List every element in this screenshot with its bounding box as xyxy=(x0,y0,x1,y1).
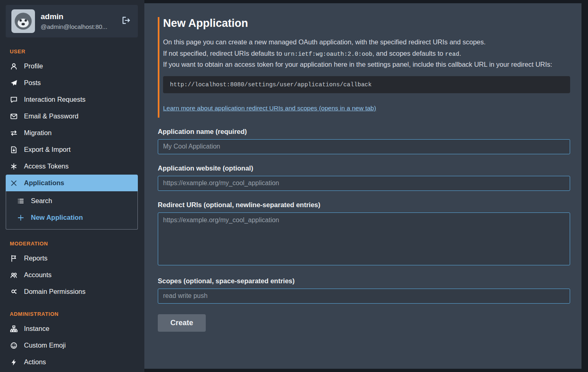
sidebar-item-label: Access Tokens xyxy=(24,162,69,170)
sidebar-item-instance[interactable]: Instance xyxy=(6,320,138,337)
sidebar-item-export-import[interactable]: Export & Import xyxy=(6,141,138,158)
application-name-group: Application name (required) xyxy=(158,128,570,154)
application-website-input[interactable] xyxy=(158,176,570,191)
flag-icon xyxy=(10,255,18,262)
user-handle: @admin@localhost:80... xyxy=(41,23,114,30)
sidebar-item-domain-permissions[interactable]: Domain Permissions xyxy=(6,283,138,300)
redirect-uris-group: Redirect URIs (optional, newline-separat… xyxy=(158,201,570,267)
plus-icon xyxy=(17,214,25,221)
sitemap-icon xyxy=(10,325,18,333)
inline-code-read: read xyxy=(445,51,460,57)
intro-line-1: On this page you can create a new manage… xyxy=(163,37,570,48)
sidebar-item-label: New Application xyxy=(31,214,83,221)
application-website-label: Application website (optional) xyxy=(158,164,570,172)
sidebar-item-label: Interaction Requests xyxy=(24,96,85,103)
applications-submenu: Search New Application xyxy=(6,191,138,230)
users-icon xyxy=(10,271,18,279)
sidebar-item-label: Actions xyxy=(24,358,46,366)
sidebar-item-accounts[interactable]: Accounts xyxy=(6,267,138,283)
redirect-uris-textarea[interactable] xyxy=(158,212,570,265)
sidebar-item-applications[interactable]: Applications xyxy=(6,175,138,191)
sidebar-item-label: Applications xyxy=(24,179,64,187)
sidebar-item-reports[interactable]: Reports xyxy=(6,250,138,267)
sidebar-item-label: Profile xyxy=(24,62,43,70)
user-meta: admin @admin@localhost:80... xyxy=(41,12,114,30)
sidebar-item-label: Instance xyxy=(24,325,49,333)
sidebar-item-label: Export & Import xyxy=(24,146,71,153)
new-application-form: Application name (required) Application … xyxy=(158,128,570,332)
sidebar-item-email-password[interactable]: Email & Password xyxy=(6,108,138,125)
sidebar-item-custom-emoji[interactable]: Custom Emoji xyxy=(6,337,138,354)
avatar xyxy=(11,9,35,33)
section-label-administration: ADMINISTRATION xyxy=(10,311,138,317)
network-nodes-icon xyxy=(10,288,18,295)
user-card: admin @admin@localhost:80... xyxy=(6,5,138,37)
section-label-user: USER xyxy=(10,48,138,55)
page-title: New Application xyxy=(163,17,570,30)
bolt-icon xyxy=(10,359,18,366)
sidebar: admin @admin@localhost:80... USER Profil… xyxy=(0,0,144,372)
sidebar-item-label: Accounts xyxy=(24,271,52,279)
sidebar-item-label: Custom Emoji xyxy=(24,341,66,349)
migration-arrows-icon xyxy=(10,129,18,137)
sidebar-item-label: Posts xyxy=(24,79,41,87)
sidebar-item-label: Email & Password xyxy=(24,112,78,120)
sidebar-item-new-application[interactable]: New Application xyxy=(6,209,137,226)
inline-code-oob: urn:ietf:wg:oauth:2.0:oob xyxy=(284,51,372,57)
application-name-label: Application name (required) xyxy=(158,128,570,136)
application-name-input[interactable] xyxy=(158,139,570,154)
intro-line-2: If not specified, redirect URIs defaults… xyxy=(163,48,570,59)
sidebar-item-interaction-requests[interactable]: Interaction Requests xyxy=(6,91,138,108)
scopes-label: Scopes (optional, space-separated entrie… xyxy=(158,277,570,285)
comment-icon xyxy=(10,96,18,103)
sidebar-item-profile[interactable]: Profile xyxy=(6,58,138,74)
intro-block: New Application On this page you can cre… xyxy=(158,17,570,118)
envelope-icon xyxy=(10,113,18,120)
scopes-group: Scopes (optional, space-separated entrie… xyxy=(158,277,570,304)
main-panel: New Application On this page you can cre… xyxy=(144,3,581,369)
sidebar-item-label: Migration xyxy=(24,129,52,137)
smiley-icon xyxy=(10,342,18,349)
user-name: admin xyxy=(41,12,114,21)
callback-url-codeblock: http://localhost:8080/settings/user/appl… xyxy=(163,76,570,93)
user-icon xyxy=(10,63,18,70)
list-icon xyxy=(17,197,25,205)
logout-icon[interactable] xyxy=(120,14,132,28)
file-export-icon xyxy=(10,146,18,153)
paper-plane-icon xyxy=(10,79,18,87)
sidebar-item-label: Domain Permissions xyxy=(24,288,85,295)
redirect-uris-label: Redirect URIs (optional, newline-separat… xyxy=(158,201,570,209)
asterisk-icon xyxy=(10,163,18,170)
screwdriver-wrench-icon xyxy=(10,179,18,187)
learn-more-link[interactable]: Learn more about application redirect UR… xyxy=(163,105,376,112)
sidebar-item-migration[interactable]: Migration xyxy=(6,125,138,141)
application-website-group: Application website (optional) xyxy=(158,164,570,191)
sidebar-item-posts[interactable]: Posts xyxy=(6,74,138,91)
scopes-input[interactable] xyxy=(158,289,570,304)
sidebar-item-access-tokens[interactable]: Access Tokens xyxy=(6,158,138,175)
sidebar-item-applications-search[interactable]: Search xyxy=(6,193,137,209)
create-button[interactable]: Create xyxy=(158,314,206,332)
sidebar-item-label: Reports xyxy=(24,254,48,262)
intro-line-3: If you want to obtain an access token fo… xyxy=(163,59,570,70)
sidebar-item-actions[interactable]: Actions xyxy=(6,354,138,370)
section-label-moderation: MODERATION xyxy=(10,241,138,247)
sidebar-item-label: Search xyxy=(31,197,52,205)
